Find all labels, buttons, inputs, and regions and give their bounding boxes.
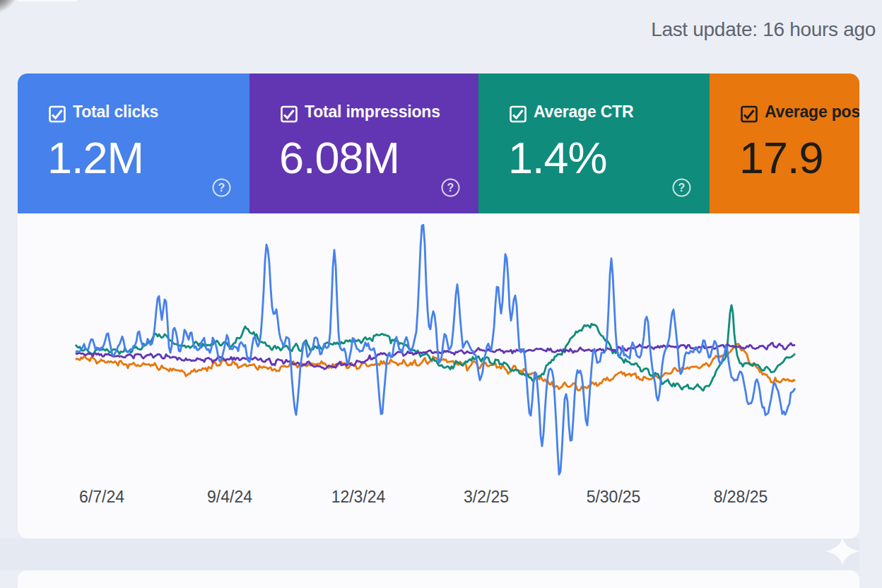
svg-text:?: ? (218, 182, 225, 194)
svg-text:?: ? (678, 182, 686, 194)
svg-text:?: ? (447, 182, 454, 194)
